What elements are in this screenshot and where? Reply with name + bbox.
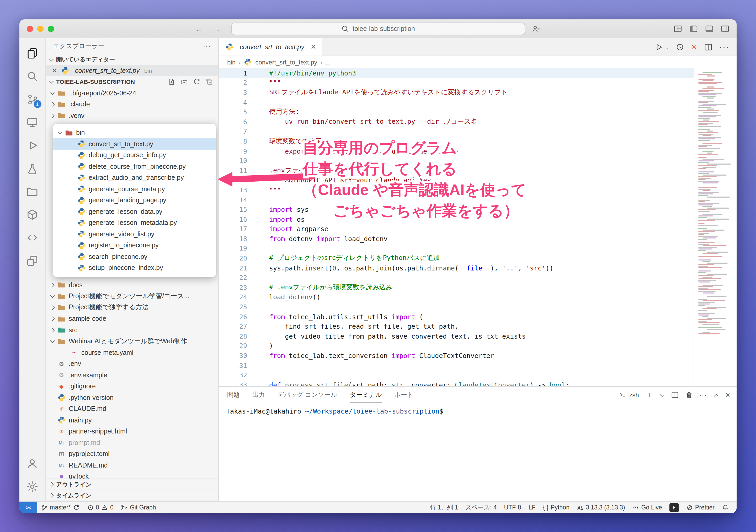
- code-line-16[interactable]: 16import os: [219, 215, 693, 224]
- tree-file-debug_get_course_info.py[interactable]: debug_get_course_info.py: [53, 150, 216, 161]
- activity-item-remote-explorer[interactable]: [21, 111, 44, 134]
- close-panel-icon[interactable]: ✕: [725, 391, 730, 399]
- minimap[interactable]: [693, 68, 737, 386]
- tree-file-gitignore[interactable]: ◆.gitignore: [46, 381, 218, 392]
- activity-item-accounts[interactable]: [21, 452, 44, 475]
- tree-folder-project[interactable]: Project機能で独学する方法: [46, 302, 218, 313]
- back-button[interactable]: ←: [196, 24, 203, 33]
- code-line-33[interactable]: 33def process_srt_file(srt_path: str, co…: [219, 380, 693, 386]
- panel-tab-ポート[interactable]: ポート: [394, 387, 414, 403]
- code-line-19[interactable]: 19: [219, 243, 693, 253]
- open-editor-item[interactable]: ✕ convert_srt_to_text.py bin: [46, 65, 218, 76]
- activity-item-project-manager[interactable]: [21, 180, 44, 203]
- command-center-search[interactable]: toiee-lab-subscription: [231, 22, 525, 35]
- tree-folder-webinar-ai-web[interactable]: Webinar AIとモダンツール群でWeb制作: [46, 336, 218, 347]
- code-line-4[interactable]: 4: [219, 97, 693, 107]
- tree-file-claude.md[interactable]: ✳CLAUDE.md: [46, 403, 218, 415]
- tree-file-generate_lesson_data.py[interactable]: generate_lesson_data.py: [53, 206, 216, 217]
- code-line-27[interactable]: 27 find_srt_files, read_srt_file, get_tx…: [219, 321, 693, 331]
- terminal[interactable]: Takas-iMac@takahiro ~/Workspace/toiee-la…: [219, 403, 737, 501]
- code-line-5[interactable]: 5使用方法:: [219, 107, 693, 117]
- activity-item-code-settings[interactable]: [21, 226, 44, 249]
- prettier-item[interactable]: Prettier: [683, 502, 718, 513]
- code-line-25[interactable]: 25: [219, 302, 693, 312]
- split-editor-icon[interactable]: [704, 43, 713, 51]
- activity-item-search[interactable]: [21, 64, 44, 88]
- activity-item-explorer[interactable]: [21, 41, 44, 64]
- tree-file-env[interactable]: ⚙.env: [46, 358, 218, 369]
- code-line-29[interactable]: 29): [219, 341, 693, 351]
- panel-tab-デバッグ コンソール[interactable]: デバッグ コンソール: [278, 387, 337, 403]
- tree-file-main.py[interactable]: main.py: [46, 415, 218, 426]
- panel-tab-問題[interactable]: 問題: [227, 387, 240, 403]
- code-line-30[interactable]: 30from toiee_lab.text_conversion import …: [219, 351, 693, 360]
- tree-file-generate_video_list.py[interactable]: generate_video_list.py: [53, 229, 216, 240]
- tab-convert-srt-to-text[interactable]: convert_srt_to_text.py ✕: [219, 38, 322, 56]
- refresh-icon[interactable]: [193, 78, 201, 86]
- indentation-item[interactable]: スペース: 4: [462, 502, 500, 513]
- code-line-1[interactable]: 1#!/usr/bin/env python3: [219, 68, 693, 78]
- activity-item-source-control[interactable]: 1: [21, 88, 44, 111]
- code-line-20[interactable]: 20# プロジェクトのsrcディレクトリをPythonパスに追加: [219, 253, 693, 263]
- code-line-23[interactable]: 23# .envファイルから環境変数を読み込み: [219, 283, 693, 292]
- accounts-menu-button[interactable]: [531, 24, 540, 33]
- code-line-11[interactable]: 11.envファイルでの設定:: [219, 165, 693, 175]
- thunder-client-item[interactable]: [666, 502, 683, 513]
- kill-terminal-icon[interactable]: [685, 391, 693, 399]
- code-line-3[interactable]: 3SRTファイルをClaude APIを使って読みやすいテキストに変換するスクリ…: [219, 88, 693, 97]
- tree-file-env.example[interactable]: ⚙.env.example: [46, 369, 218, 381]
- code-editor[interactable]: 1#!/usr/bin/env python32"""3SRTファイルをClau…: [219, 68, 693, 386]
- customize-layout-icon[interactable]: [674, 24, 682, 33]
- code-line-18[interactable]: 18from dotenv import load_dotenv: [219, 234, 693, 243]
- encoding-item[interactable]: UTF-8: [500, 502, 525, 513]
- toggle-secondary-sidebar-icon[interactable]: [721, 24, 729, 33]
- code-line-21[interactable]: 21sys.path.insert(0, os.path.join(os.pat…: [219, 263, 693, 273]
- tree-file-readme.md[interactable]: M↓README.md: [46, 460, 218, 471]
- tree-folder-bfg-report-2025-06-24[interactable]: ..bfg-report/2025-06-24: [46, 88, 218, 99]
- claude-code-icon[interactable]: ✳: [691, 43, 697, 51]
- panel-more-actions-icon[interactable]: ···: [699, 391, 707, 399]
- maximize-panel-icon[interactable]: [714, 392, 719, 397]
- code-line-15[interactable]: 15import sys: [219, 205, 693, 215]
- tree-file-register_to_pinecone.py[interactable]: register_to_pinecone.py: [53, 240, 216, 251]
- code-line-17[interactable]: 17import argparse: [219, 224, 693, 234]
- activity-item-run-debug[interactable]: [21, 134, 44, 157]
- remote-indicator[interactable]: ><: [19, 502, 37, 513]
- code-line-9[interactable]: 9 export ANTHROPIC_API_KEY=your_claude_a…: [219, 146, 693, 156]
- python-interpreter-item[interactable]: 3.13.3 (3.13.3): [573, 502, 629, 513]
- code-line-28[interactable]: 28 get_video_title_from_path, save_conve…: [219, 331, 693, 341]
- timeline-history-icon[interactable]: [676, 43, 685, 51]
- tree-file-generate_lesson_metadata.py[interactable]: generate_lesson_metadata.py: [53, 217, 216, 229]
- tree-folder-docs[interactable]: docs: [46, 279, 218, 291]
- tree-file-prompt.md[interactable]: M↓prompt.md: [46, 437, 218, 448]
- tree-file-course-meta.yaml[interactable]: ~course-meta.yaml: [46, 347, 218, 358]
- split-terminal-icon[interactable]: [671, 391, 679, 399]
- toggle-sidebar-icon[interactable]: [689, 24, 698, 33]
- close-tab-icon[interactable]: ✕: [310, 43, 316, 51]
- tree-folder-claude[interactable]: .claude: [46, 99, 218, 110]
- tree-folder-sample-code[interactable]: sample-code: [46, 313, 218, 324]
- tree-file-partner-snippet.html[interactable]: </>partner-snippet.html: [46, 426, 218, 437]
- tree-file-pyproject.toml[interactable]: [T]pyproject.toml: [46, 448, 218, 460]
- close-window-button[interactable]: [27, 25, 33, 32]
- tree-file-python-version[interactable]: .python-version: [46, 392, 218, 403]
- cursor-position-item[interactable]: 行 1、列 1: [426, 502, 462, 513]
- tree-file-uv.lock[interactable]: ■uv.lock: [46, 471, 218, 479]
- tree-folder-project-...[interactable]: Project機能でモダンツール学習/コース...: [46, 291, 218, 302]
- panel-tab-出力[interactable]: 出力: [252, 387, 265, 403]
- activity-item-settings[interactable]: [21, 475, 44, 498]
- toggle-panel-icon[interactable]: [705, 24, 714, 33]
- code-line-22[interactable]: 22: [219, 273, 693, 283]
- explorer-more-actions-icon[interactable]: ···: [203, 42, 211, 50]
- breadcrumb-folder[interactable]: bin: [227, 59, 235, 66]
- tree-folder-bin[interactable]: bin: [53, 127, 216, 139]
- terminal-dropdown-chevron-icon[interactable]: [660, 392, 665, 397]
- go-live-item[interactable]: Go Live: [629, 502, 666, 513]
- code-line-10[interactable]: 10: [219, 156, 693, 165]
- forward-button[interactable]: →: [213, 24, 221, 33]
- tree-file-delete_course_from_pinecone.py[interactable]: delete_course_from_pinecone.py: [53, 161, 216, 172]
- git-graph-item[interactable]: Git Graph: [117, 502, 160, 513]
- breadcrumb[interactable]: bin › convert_srt_to_text.py › ...: [219, 56, 737, 68]
- new-file-icon[interactable]: [168, 78, 175, 86]
- code-line-24[interactable]: 24load_dotenv(): [219, 292, 693, 302]
